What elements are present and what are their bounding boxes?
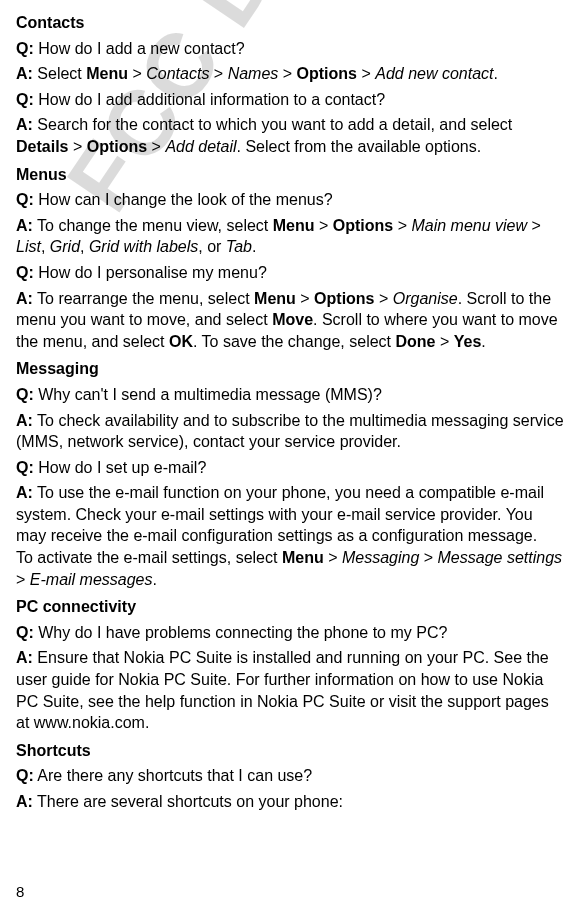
a-label: A:: [16, 484, 33, 501]
pc-a1: A: Ensure that Nokia PC Suite is install…: [16, 647, 566, 733]
menu-path: Menu: [254, 290, 296, 307]
comma: ,: [80, 238, 89, 255]
shortcuts-a1: A: There are several shortcuts on your p…: [16, 791, 566, 813]
contacts-q1: Q: How do I add a new contact?: [16, 38, 566, 60]
menu-path: Names: [228, 65, 279, 82]
q-text: Why can't I send a multimedia message (M…: [34, 386, 382, 403]
menu-path: Menu: [86, 65, 128, 82]
section-pc-title: PC connectivity: [16, 596, 566, 618]
menus-a2: A: To rearrange the menu, select Menu > …: [16, 288, 566, 353]
gt: >: [278, 65, 296, 82]
a-text: To rearrange the menu, select: [33, 290, 254, 307]
menu-path: Contacts: [146, 65, 209, 82]
a-text: Ensure that Nokia PC Suite is installed …: [16, 649, 549, 731]
menu-path: Add detail: [165, 138, 236, 155]
contacts-q2: Q: How do I add additional information t…: [16, 89, 566, 111]
menus-q2: Q: How do I personalise my menu?: [16, 262, 566, 284]
a-label: A:: [16, 116, 33, 133]
q-label: Q:: [16, 40, 34, 57]
a-label: A:: [16, 217, 33, 234]
a-text: To change the menu view, select: [33, 217, 273, 234]
menu-path: Menu: [282, 549, 324, 566]
action: OK: [169, 333, 193, 350]
a-text: Select: [33, 65, 86, 82]
menu-path: Options: [314, 290, 374, 307]
a-text: . To save the change, select: [193, 333, 396, 350]
menu-path: Message settings: [438, 549, 563, 566]
gt: >: [357, 65, 375, 82]
section-menus-title: Menus: [16, 164, 566, 186]
gt: >: [419, 549, 437, 566]
gt: >: [68, 138, 86, 155]
messaging-a1: A: To check availability and to subscrib…: [16, 410, 566, 453]
action: Yes: [454, 333, 482, 350]
gt: >: [16, 571, 30, 588]
menu-path: Main menu view: [411, 217, 527, 234]
q-label: Q:: [16, 386, 34, 403]
end: .: [153, 571, 157, 588]
menu-path: Add new contact: [375, 65, 493, 82]
q-text: How do I add a new contact?: [34, 40, 245, 57]
option: Tab: [226, 238, 252, 255]
menu-path: Options: [87, 138, 147, 155]
menu-path: E-mail messages: [30, 571, 153, 588]
menus-a1: A: To change the menu view, select Menu …: [16, 215, 566, 258]
gt: >: [315, 217, 333, 234]
q-text: How do I add additional information to a…: [34, 91, 385, 108]
contacts-a1: A: Select Menu > Contacts > Names > Opti…: [16, 63, 566, 85]
q-text: Why do I have problems connecting the ph…: [34, 624, 448, 641]
end: .: [494, 65, 498, 82]
menu-path: Messaging: [342, 549, 419, 566]
menu-path: Menu: [273, 217, 315, 234]
shortcuts-q1: Q: Are there any shortcuts that I can us…: [16, 765, 566, 787]
pc-q1: Q: Why do I have problems connecting the…: [16, 622, 566, 644]
gt: >: [147, 138, 165, 155]
q-label: Q:: [16, 459, 34, 476]
end: .: [481, 333, 485, 350]
messaging-a2: A: To use the e-mail function on your ph…: [16, 482, 566, 590]
a-label: A:: [16, 65, 33, 82]
a-text: There are several shortcuts on your phon…: [33, 793, 343, 810]
q-text: How can I change the look of the menus?: [34, 191, 333, 208]
a-label: A:: [16, 412, 33, 429]
page-number: 8: [16, 882, 24, 902]
page-content: Contacts Q: How do I add a new contact? …: [16, 12, 566, 813]
comma: ,: [41, 238, 50, 255]
gt: >: [324, 549, 342, 566]
a-text: Search for the contact to which you want…: [33, 116, 512, 133]
end: .: [252, 238, 256, 255]
menu-path: Options: [297, 65, 357, 82]
q-label: Q:: [16, 264, 34, 281]
menu-path: Options: [333, 217, 393, 234]
gt: >: [296, 290, 314, 307]
a-label: A:: [16, 290, 33, 307]
gt: >: [393, 217, 411, 234]
action: Move: [272, 311, 313, 328]
messaging-q1: Q: Why can't I send a multimedia message…: [16, 384, 566, 406]
option: List: [16, 238, 41, 255]
menu-path: Details: [16, 138, 68, 155]
q-label: Q:: [16, 91, 34, 108]
section-shortcuts-title: Shortcuts: [16, 740, 566, 762]
a-text: To check availability and to subscribe t…: [16, 412, 564, 451]
option: Grid with labels: [89, 238, 198, 255]
gt: >: [435, 333, 453, 350]
gt: >: [527, 217, 541, 234]
a-label: A:: [16, 793, 33, 810]
section-contacts-title: Contacts: [16, 12, 566, 34]
or: , or: [198, 238, 226, 255]
messaging-q2: Q: How do I set up e-mail?: [16, 457, 566, 479]
q-text: How do I set up e-mail?: [34, 459, 207, 476]
a-text: . Select from the available options.: [237, 138, 482, 155]
q-text: Are there any shortcuts that I can use?: [34, 767, 312, 784]
a-text: To use the e-mail function on your phone…: [16, 484, 544, 544]
contacts-a2: A: Search for the contact to which you w…: [16, 114, 566, 157]
action: Done: [395, 333, 435, 350]
gt: >: [375, 290, 393, 307]
q-label: Q:: [16, 767, 34, 784]
menu-path: Organise: [393, 290, 458, 307]
a-text: To activate the e-mail settings, select: [16, 549, 282, 566]
menus-q1: Q: How can I change the look of the menu…: [16, 189, 566, 211]
q-label: Q:: [16, 191, 34, 208]
a-label: A:: [16, 649, 33, 666]
